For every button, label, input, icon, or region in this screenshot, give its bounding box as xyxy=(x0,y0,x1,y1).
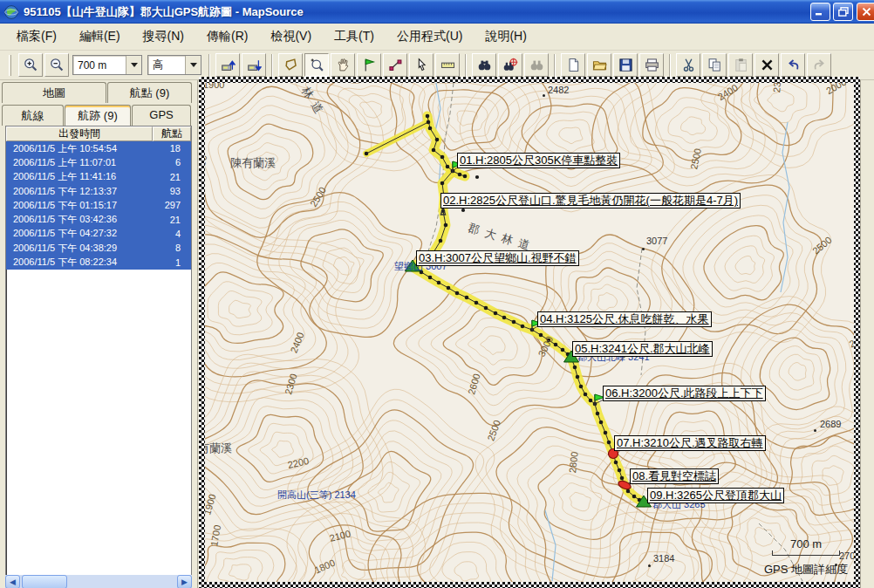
scroll-right-button[interactable]: ▶ xyxy=(177,575,192,588)
column-header-points[interactable]: 航點 xyxy=(153,126,191,141)
restore-button[interactable] xyxy=(833,3,853,21)
map-annotation-label[interactable]: 04.H:3125公尺.休息吃餅乾、水果 xyxy=(537,311,712,327)
zoom-scale-dropdown[interactable] xyxy=(126,56,141,74)
map-annotation-label[interactable]: 02.H:2825公尺登山口.驚見毛地黃仍開花(一般花期是4-7月) xyxy=(440,193,741,209)
track-row[interactable]: 2006/11/5 下午 04:27:32 4 xyxy=(6,227,191,241)
print-icon xyxy=(645,58,659,72)
menu-item[interactable]: 檔案(F) xyxy=(5,25,68,48)
send-to-gps-icon xyxy=(221,58,236,72)
spot-height-label: 2482 xyxy=(548,85,569,95)
map-annotation-label[interactable]: 08.看見對空標誌 xyxy=(630,468,719,484)
menu-item[interactable]: 工具(T) xyxy=(323,25,386,48)
map-canvas[interactable]: 700 m GPS 地圖詳細度 190021002500240023002200… xyxy=(205,83,854,582)
paste-button[interactable] xyxy=(728,53,753,77)
menu-item[interactable]: 傳輸(R) xyxy=(195,25,259,48)
undo-button[interactable] xyxy=(781,53,805,77)
detail-level-value: 高 xyxy=(148,58,185,72)
minimize-button[interactable] xyxy=(810,3,830,21)
toolbar: 700 m 高 xyxy=(0,51,874,80)
map-area: 700 m GPS 地圖詳細度 190021002500240023002200… xyxy=(199,77,860,588)
map-annotation-label[interactable]: 01.H:2805公尺305K停車點整裝 xyxy=(457,153,620,168)
window-title: 951105【山牛登山隊】郡大山GPS航跡圖 - MapSource xyxy=(24,4,304,20)
print-button[interactable] xyxy=(639,53,664,77)
toolbar-separator xyxy=(554,54,556,77)
map-annotation-label[interactable]: 06.H:3200公尺.此路段上上下下 xyxy=(603,386,766,401)
cut-icon xyxy=(681,58,696,72)
mapsource-window: 951105【山牛登山隊】郡大山GPS航跡圖 - MapSource 檔案(F)… xyxy=(0,0,874,588)
peak-name-label: 開高山(三等) 2134 xyxy=(277,489,356,502)
save-button[interactable] xyxy=(613,53,638,77)
route-tool-button[interactable] xyxy=(383,53,407,77)
tab-gps[interactable]: GPS xyxy=(132,105,191,126)
toolbar-grip[interactable] xyxy=(9,55,11,76)
spot-height-label: 3077 xyxy=(646,236,667,246)
selection-tool-button[interactable] xyxy=(409,53,434,77)
map-annotation-label[interactable]: 09.H:3265公尺登頂郡大山 xyxy=(647,488,784,503)
delete-button[interactable] xyxy=(755,53,779,77)
scrollbar-track[interactable] xyxy=(67,575,177,588)
close-button[interactable] xyxy=(857,3,874,21)
zoom-in-button[interactable] xyxy=(18,53,43,77)
detail-dropdown[interactable] xyxy=(185,56,201,74)
zoom-scale-select[interactable]: 700 m xyxy=(72,55,142,75)
scrollbar-thumb[interactable] xyxy=(22,575,67,588)
map-annotation-label[interactable]: 03.H:3007公尺望鄉山.視野不錯 xyxy=(416,250,579,266)
waypoint-tool-button[interactable] xyxy=(357,53,381,77)
cut-button[interactable] xyxy=(676,53,700,77)
menu-item[interactable]: 檢視(V) xyxy=(259,25,323,48)
toolbar-separator xyxy=(208,54,210,77)
zoom-out-button[interactable] xyxy=(44,53,69,77)
track-row[interactable]: 2006/11/5 上午 10:54:54 18 xyxy=(6,141,191,155)
place-name-label: 陳有蘭溪 xyxy=(230,155,276,171)
detail-level-select[interactable]: 高 xyxy=(147,55,201,75)
menu-item[interactable]: 公用程式(U) xyxy=(386,25,474,48)
track-row[interactable]: 2006/11/5 上午 11:41:16 21 xyxy=(6,170,191,184)
track-row[interactable]: 2006/11/5 上午 11:07:01 6 xyxy=(6,155,191,169)
redo-button[interactable] xyxy=(807,53,831,77)
track-row[interactable]: 2006/11/5 下午 01:15:17 297 xyxy=(6,198,191,212)
save-icon xyxy=(618,58,633,72)
pan-tool-button[interactable] xyxy=(331,53,355,77)
map-annotation-label[interactable]: 05.H:3241公尺.郡大山北峰 xyxy=(572,341,713,357)
sidebar: 地圖 航點 (9) 航線 航跡 (9) GPS 出發時間 航點 2006/11/… xyxy=(0,80,198,588)
recent-finds-button[interactable] xyxy=(524,53,549,77)
track-row[interactable]: 2006/11/5 下午 12:13:37 93 xyxy=(6,184,191,198)
new-button[interactable] xyxy=(561,53,585,77)
track-row[interactable]: 2006/11/5 下午 08:22:34 1 xyxy=(6,255,191,269)
track-row-points: 18 xyxy=(151,143,189,154)
track-row-points: 21 xyxy=(151,172,189,182)
tab-map[interactable]: 地圖 xyxy=(2,82,106,103)
redo-icon xyxy=(812,58,827,72)
window-right-edge xyxy=(860,80,874,588)
track-row[interactable]: 2006/11/5 下午 03:42:36 21 xyxy=(6,212,191,226)
waypoint-tool-icon xyxy=(362,58,377,72)
scroll-left-button[interactable]: ◀ xyxy=(5,575,20,588)
track-row[interactable]: 2006/11/5 下午 04:38:29 8 xyxy=(6,241,191,255)
map-tool-button[interactable] xyxy=(278,53,303,77)
zoom-tool-button[interactable] xyxy=(304,53,329,77)
column-header-time[interactable]: 出發時間 xyxy=(6,126,153,141)
open-button[interactable] xyxy=(587,53,611,77)
send-to-gps-button[interactable] xyxy=(215,53,240,77)
find-nearest-icon xyxy=(503,58,518,72)
menu-item[interactable]: 說明(H) xyxy=(474,25,537,48)
tab-routes[interactable]: 航線 xyxy=(2,105,64,126)
minimize-icon xyxy=(816,8,825,16)
track-row-points: 297 xyxy=(151,200,189,210)
spot-height-label: 2689 xyxy=(820,419,841,429)
track-row-points: 4 xyxy=(151,229,189,239)
track-row-time: 2006/11/5 下午 01:15:17 xyxy=(6,199,151,212)
find-nearest-button[interactable] xyxy=(498,53,522,77)
track-row-time: 2006/11/5 下午 12:13:37 xyxy=(6,185,151,198)
find-button[interactable] xyxy=(472,53,496,77)
receive-from-gps-button[interactable] xyxy=(242,53,266,77)
copy-button[interactable] xyxy=(702,53,727,77)
map-annotation-label[interactable]: 07.H:3210公尺.遇叉路取右轉 xyxy=(614,435,766,451)
tab-tracks[interactable]: 航跡 (9) xyxy=(65,105,131,126)
menu-item[interactable]: 編輯(E) xyxy=(68,25,132,48)
tab-waypoints[interactable]: 航點 (9) xyxy=(107,82,192,103)
menu-item[interactable]: 搜尋(N) xyxy=(132,25,195,48)
measure-tool-button[interactable] xyxy=(435,53,460,77)
track-row-points: 21 xyxy=(151,215,189,225)
spot-height-dot xyxy=(642,248,645,250)
